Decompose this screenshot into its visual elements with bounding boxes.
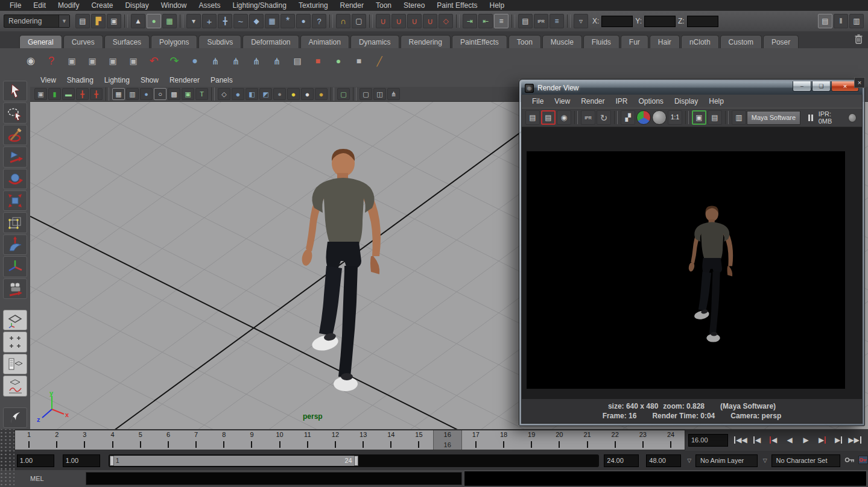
range-end-handle[interactable]: [354, 456, 358, 466]
snap-surface-icon[interactable]: ◇: [439, 14, 453, 28]
set-key-icon[interactable]: [844, 456, 855, 465]
mask-expand-icon[interactable]: ▾: [186, 14, 201, 28]
render-menu-ipr[interactable]: IPR: [610, 97, 633, 105]
poly-cube-sel-icon[interactable]: ■: [349, 51, 369, 71]
delete-history-icon[interactable]: ●: [185, 51, 204, 71]
grid-icon[interactable]: ▦: [112, 88, 125, 100]
snap-curve-icon[interactable]: ∪: [391, 14, 406, 28]
joint-chain-3-icon[interactable]: ⋔: [247, 51, 266, 71]
character-model[interactable]: [274, 145, 407, 404]
open-scene-icon[interactable]: ▛: [91, 14, 106, 28]
mask-rendering-icon[interactable]: ●: [296, 14, 311, 28]
alpha-channel-icon[interactable]: [652, 110, 667, 125]
shelf-tab-subdivs[interactable]: Subdivs: [198, 35, 241, 48]
selection-highlight-icon[interactable]: ▢: [337, 88, 350, 100]
xray-joints-icon[interactable]: ⋔: [387, 88, 400, 100]
input-connections-icon[interactable]: ⇥: [463, 14, 477, 28]
wireframe-mode-icon[interactable]: ◇: [218, 88, 230, 100]
frame-cell[interactable]: 10: [266, 430, 294, 450]
shelf-tab-custom[interactable]: Custom: [720, 35, 762, 48]
shelf-tab-rendering[interactable]: Rendering: [401, 35, 451, 48]
select-by-hierarchy-icon[interactable]: ▲: [131, 14, 145, 28]
light-selected-icon[interactable]: ●: [301, 88, 314, 100]
current-time-input[interactable]: [688, 434, 728, 447]
save-scene-icon[interactable]: ▣: [107, 14, 121, 28]
menu-render[interactable]: Render: [334, 1, 370, 10]
output-connections-icon[interactable]: ⇤: [478, 14, 493, 28]
animation-start-field[interactable]: [17, 454, 54, 467]
mask-joints-icon[interactable]: ╋: [218, 14, 232, 28]
mask-surfaces-icon[interactable]: ◆: [249, 14, 264, 28]
redo-icon[interactable]: ↷: [165, 51, 184, 71]
outliner-layout-tool[interactable]: [3, 354, 27, 374]
select-by-component-icon[interactable]: ▦: [162, 14, 177, 28]
field-expand-icon[interactable]: ▿: [574, 14, 588, 28]
scale-tool[interactable]: [3, 190, 27, 211]
frame-cell[interactable]: 8: [210, 430, 238, 450]
xray-icon[interactable]: ◫: [373, 88, 386, 100]
shelf-tab-fur[interactable]: Fur: [621, 35, 648, 48]
menu-modify[interactable]: Modify: [52, 1, 85, 10]
command-input[interactable]: [86, 472, 462, 485]
shelf-tab-surfaces[interactable]: Surfaces: [104, 35, 150, 48]
joint-chain-2-icon[interactable]: ⋔: [226, 51, 246, 71]
image-plane-icon[interactable]: ▬: [62, 88, 75, 100]
render-menu-help[interactable]: Help: [703, 97, 729, 105]
render-menu-view[interactable]: View: [549, 97, 575, 105]
menu-file[interactable]: File: [4, 1, 27, 10]
frame-cell[interactable]: 7: [182, 430, 210, 450]
ipr-render-icon[interactable]: IPR: [581, 110, 595, 125]
mask-deformations-icon[interactable]: ▦: [265, 14, 279, 28]
playback-range-bar[interactable]: 1 24: [110, 456, 358, 466]
panel-menu-renderer[interactable]: Renderer: [164, 76, 205, 84]
range-slider-grip[interactable]: [0, 451, 14, 470]
frame-cell[interactable]: 13: [349, 430, 377, 450]
menu-create[interactable]: Create: [85, 1, 119, 10]
rotate-tool[interactable]: [3, 169, 27, 189]
render-menu-render[interactable]: Render: [575, 97, 610, 105]
smooth-shade-mode-icon[interactable]: ●: [232, 88, 244, 100]
select-rigid-icon[interactable]: ■: [308, 51, 328, 71]
highlight-selection-icon[interactable]: ▢: [352, 14, 366, 28]
shelf-tab-animation[interactable]: Animation: [300, 35, 349, 48]
construction-history-icon[interactable]: ≡: [494, 14, 508, 28]
textured-mode-icon[interactable]: ◩: [259, 88, 272, 100]
rgb-channels-icon[interactable]: [636, 110, 651, 125]
use-default-material-icon[interactable]: ●: [273, 88, 286, 100]
panel-menu-view[interactable]: View: [35, 76, 62, 84]
frame-cell[interactable]: 24: [657, 430, 685, 450]
frame-ruler[interactable]: 1 2 3 4 5 6 7: [14, 430, 685, 450]
light-default-icon[interactable]: ●: [315, 88, 328, 100]
joint-chain-4-icon[interactable]: ⋔: [267, 51, 287, 71]
frame-cell[interactable]: 4: [99, 430, 127, 450]
frame-cell[interactable]: 3: [71, 430, 98, 450]
four-pane-layout-tool[interactable]: [3, 331, 27, 352]
camera-tool-tool[interactable]: [3, 278, 27, 299]
step-back-key-button[interactable]: ◀: [767, 433, 780, 447]
menu-set-selector[interactable]: Rendering ▼: [4, 14, 70, 28]
character-set-field[interactable]: No Character Set: [771, 454, 841, 467]
help-icon[interactable]: ?: [42, 51, 61, 71]
frame-cell[interactable]: 22: [601, 430, 629, 450]
gate-mask-icon[interactable]: ○: [154, 88, 166, 100]
shelf-tab-painteffects[interactable]: PaintEffects: [452, 35, 507, 48]
play-forwards-button[interactable]: ▶: [799, 433, 813, 447]
auto-keyframe-icon[interactable]: [858, 456, 868, 466]
frame-cell[interactable]: 17: [462, 430, 490, 450]
frame-cell[interactable]: 18: [490, 430, 518, 450]
single-pane-layout-tool[interactable]: [3, 310, 27, 330]
lock-selection-icon[interactable]: ∩: [336, 14, 350, 28]
step-forward-key-button[interactable]: ▶: [816, 433, 829, 447]
resolution-gate-icon[interactable]: ●: [140, 88, 153, 100]
field-chart-icon[interactable]: ▩: [168, 88, 180, 100]
menu-texturing[interactable]: Texturing: [293, 1, 334, 10]
move-tool[interactable]: [3, 146, 27, 167]
snapshot-icon[interactable]: ◉: [557, 110, 571, 125]
shelf-tab-polygons[interactable]: Polygons: [151, 35, 197, 48]
camera-attributes-icon[interactable]: ▣: [34, 88, 47, 100]
trash-icon[interactable]: [854, 34, 863, 46]
frame-cell[interactable]: 1: [15, 430, 43, 450]
renderer-selector[interactable]: Maya Software: [747, 111, 800, 125]
shelf-tab-dynamics[interactable]: Dynamics: [350, 35, 399, 48]
time-slider-grip[interactable]: [0, 429, 14, 451]
